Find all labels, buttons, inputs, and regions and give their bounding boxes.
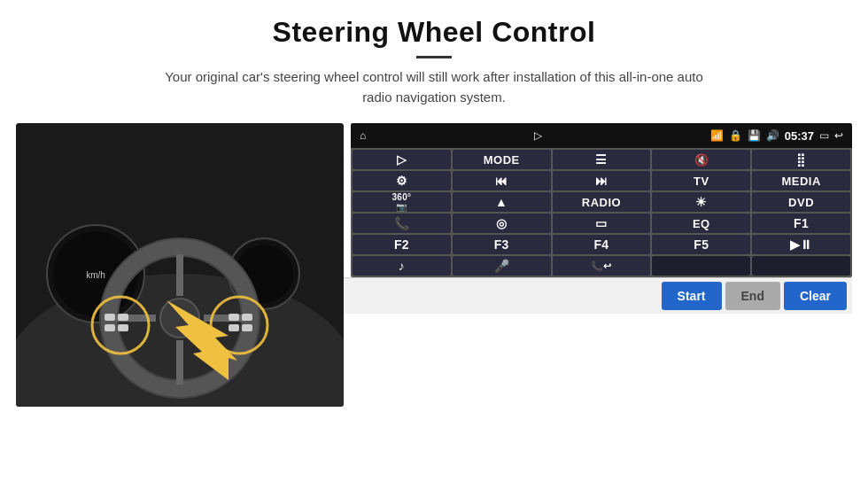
wifi-icon: 📶 [710, 129, 724, 142]
status-bar: ⌂ ▷ 📶 🔒 💾 🔊 05:37 ▭ ↩ [351, 123, 852, 148]
btn-apps[interactable]: ⣿ [752, 150, 850, 169]
btn-360[interactable]: 360°📷 [353, 192, 451, 212]
btn-mic[interactable]: 🎤 [453, 256, 551, 276]
storage-icon: 💾 [748, 129, 761, 142]
svg-rect-21 [229, 324, 239, 331]
home-icon[interactable]: ⌂ [360, 129, 366, 142]
svg-text:km/h: km/h [86, 270, 105, 280]
header-description: Your original car's steering wheel contr… [151, 67, 717, 107]
btn-f4[interactable]: F4 [553, 235, 651, 254]
page-title: Steering Wheel Control [0, 16, 868, 49]
start-button[interactable]: Start [662, 282, 722, 310]
svg-rect-23 [242, 324, 252, 331]
btn-tv[interactable]: TV [652, 171, 750, 190]
lock-icon: 🔒 [729, 129, 742, 142]
btn-f5[interactable]: F5 [652, 235, 750, 254]
btn-call-end[interactable]: 📞↩ [553, 256, 651, 276]
btn-f3[interactable]: F3 [453, 235, 551, 254]
svg-rect-22 [242, 314, 252, 321]
page: Steering Wheel Control Your original car… [0, 0, 868, 482]
bluetooth-icon: 🔊 [766, 129, 779, 142]
header-section: Steering Wheel Control Your original car… [0, 0, 868, 114]
svg-rect-17 [105, 324, 115, 331]
svg-rect-19 [118, 324, 128, 331]
panel-wrapper: ⌂ ▷ 📶 🔒 💾 🔊 05:37 ▭ ↩ ▷ [344, 123, 852, 314]
bottom-bar: Start End Clear [344, 277, 852, 314]
content-area: km/h [0, 123, 868, 482]
clear-button[interactable]: Clear [784, 282, 847, 310]
end-button[interactable]: End [725, 282, 780, 310]
btn-media[interactable]: MEDIA [752, 171, 850, 190]
svg-rect-20 [229, 314, 239, 321]
btn-f1[interactable]: F1 [752, 214, 850, 233]
btn-prev[interactable]: ⏮ [453, 171, 551, 190]
btn-f2[interactable]: F2 [353, 235, 451, 254]
svg-rect-16 [105, 314, 115, 321]
btn-brightness[interactable]: ☀ [652, 192, 750, 212]
button-grid: ▷ MODE ☰ 🔇 ⣿ ⚙ ⏮ ⏭ TV MEDIA 360°📷 ▲ RADI… [351, 148, 852, 277]
btn-music[interactable]: ♪ [353, 256, 451, 276]
clock: 05:37 [785, 129, 814, 143]
btn-navigate[interactable]: ▷ [353, 150, 451, 169]
btn-next[interactable]: ⏭ [553, 171, 651, 190]
btn-phone[interactable]: 📞 [353, 214, 451, 233]
btn-dvd[interactable]: DVD [752, 192, 850, 212]
status-icons: 📶 🔒 💾 🔊 05:37 ▭ ↩ [710, 129, 843, 143]
back-icon: ↩ [834, 129, 843, 142]
nav-icon: ▷ [534, 129, 542, 142]
btn-empty2 [752, 256, 850, 276]
btn-list[interactable]: ☰ [553, 150, 651, 169]
btn-eq[interactable]: EQ [652, 214, 750, 233]
btn-play-pause[interactable]: ▶⏸ [752, 235, 850, 254]
title-divider [416, 56, 452, 58]
btn-empty1 [652, 256, 750, 276]
btn-swipe[interactable]: ◎ [453, 214, 551, 233]
window-icon: ▭ [819, 129, 829, 142]
btn-screen[interactable]: ▭ [553, 214, 651, 233]
controls-panel: ⌂ ▷ 📶 🔒 💾 🔊 05:37 ▭ ↩ ▷ [351, 123, 852, 277]
svg-rect-18 [118, 314, 128, 321]
car-image: km/h [16, 123, 344, 407]
btn-radio[interactable]: RADIO [553, 192, 651, 212]
btn-mode[interactable]: MODE [453, 150, 551, 169]
btn-settings[interactable]: ⚙ [353, 171, 451, 190]
btn-mute[interactable]: 🔇 [652, 150, 750, 169]
btn-eject[interactable]: ▲ [453, 192, 551, 212]
